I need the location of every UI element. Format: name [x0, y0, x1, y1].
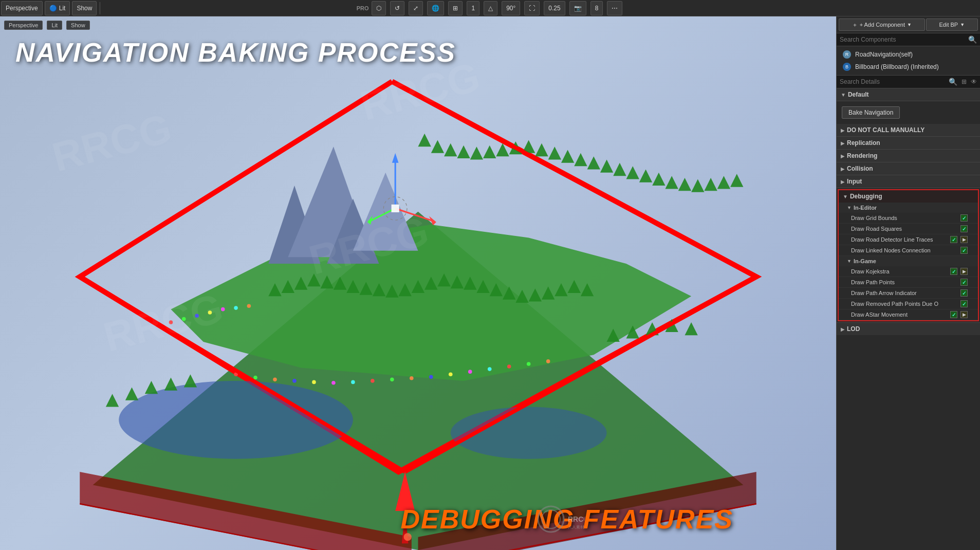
- snap-btn[interactable]: 1: [467, 1, 479, 15]
- svg-marker-70: [418, 134, 431, 146]
- search-components-input[interactable]: [840, 36, 966, 43]
- svg-point-30: [468, 370, 472, 374]
- grid-btn[interactable]: ⊞: [448, 1, 463, 15]
- rendering-section-header[interactable]: ▶ Rendering: [837, 150, 980, 162]
- panel-top-buttons: ＋ + Add Component ▼ Edit BP ▼: [837, 16, 980, 33]
- lit-label: Lit: [59, 5, 66, 12]
- svg-point-17: [247, 304, 251, 308]
- in-editor-chevron-icon: ▼: [847, 205, 852, 210]
- draw-astar-checkbox[interactable]: [950, 311, 957, 318]
- draw-kojekstra-expand[interactable]: ▶: [960, 268, 968, 275]
- rendering-section-title: Rendering: [847, 152, 877, 159]
- tri-btn[interactable]: △: [484, 1, 497, 15]
- scale-val-btn[interactable]: 0.25: [544, 1, 565, 15]
- svg-rect-101: [392, 205, 399, 212]
- component-item-roadnavigation[interactable]: R RoadNavigation(self): [837, 48, 980, 61]
- do-not-call-chevron-icon: ▶: [841, 127, 845, 133]
- edit-bp-chevron: ▼: [960, 22, 965, 27]
- in-editor-title: In-Editor: [854, 205, 877, 211]
- grid-label: 8: [595, 5, 599, 12]
- grid-size-btn[interactable]: 8: [590, 1, 603, 15]
- scale-label: 0.25: [548, 5, 560, 12]
- svg-point-26: [390, 378, 394, 382]
- svg-marker-8: [353, 173, 418, 251]
- draw-path-arrow-label: Draw Path Arrow Indicator: [851, 290, 958, 296]
- search-components-bar: 🔍: [837, 33, 980, 46]
- show-button[interactable]: Show: [72, 1, 97, 15]
- lod-section-header[interactable]: ▶ LOD: [837, 322, 980, 335]
- draw-road-detector-expand[interactable]: ▶: [960, 236, 968, 243]
- draw-path-points-label: Draw Path Points: [851, 279, 958, 285]
- collision-section-title: Collision: [847, 165, 873, 172]
- component-item-billboard[interactable]: B Billboard (Billboard) (Inherited): [837, 61, 980, 73]
- component-list: R RoadNavigation(self) B Billboard (Bill…: [837, 46, 980, 76]
- default-section-content: Bake Navigation: [837, 101, 980, 124]
- collision-section-header[interactable]: ▶ Collision: [837, 162, 980, 175]
- do-not-call-section-title: DO NOT CALL MANUALLY: [847, 126, 924, 134]
- svg-point-14: [208, 310, 212, 315]
- lod-chevron-icon: ▶: [841, 326, 845, 332]
- draw-grid-bounds-checkbox[interactable]: [960, 214, 968, 222]
- edit-bp-button[interactable]: Edit BP ▼: [926, 19, 978, 31]
- grid-view-icon[interactable]: ⊞: [961, 78, 967, 85]
- in-game-sub-header[interactable]: ▼ In-Game: [839, 256, 978, 266]
- debug-item-draw-linked-nodes: Draw Linked Nodes Connection: [839, 245, 978, 256]
- svg-point-34: [546, 359, 550, 363]
- draw-road-detector-label: Draw Road Detector Line Traces: [851, 236, 948, 243]
- svg-marker-88: [652, 173, 665, 186]
- svg-point-11: [169, 320, 173, 324]
- draw-road-squares-checkbox[interactable]: [960, 225, 968, 232]
- in-game-chevron-icon: ▼: [847, 259, 852, 264]
- draw-road-detector-checkbox[interactable]: [950, 236, 957, 243]
- lit-button[interactable]: 🔵 Lit: [45, 1, 70, 15]
- svg-marker-86: [626, 166, 639, 179]
- replication-section-header[interactable]: ▶ Replication: [837, 137, 980, 150]
- perspective-label: Perspective: [6, 5, 38, 12]
- more-btn[interactable]: ⋯: [607, 1, 622, 15]
- svg-marker-73: [457, 145, 470, 158]
- search-details-input[interactable]: [840, 78, 947, 85]
- debugging-section: ▼ Debugging ▼ In-Editor Draw Grid Bounds…: [838, 189, 979, 321]
- search-components-icon: 🔍: [968, 35, 977, 44]
- svg-point-29: [449, 372, 453, 376]
- replication-chevron-icon: ▶: [841, 140, 845, 146]
- add-component-label: + Add Component: [860, 22, 905, 28]
- default-section-header[interactable]: ▼ Default: [837, 88, 980, 101]
- svg-marker-36: [125, 388, 138, 400]
- search-details-bar: 🔍 ⊞ 👁: [837, 76, 980, 88]
- svg-point-20: [273, 378, 277, 382]
- eye-icon[interactable]: 👁: [971, 78, 977, 85]
- world-btn[interactable]: 🌐: [427, 1, 444, 15]
- add-component-button[interactable]: ＋ + Add Component ▼: [839, 19, 925, 31]
- perspective-button[interactable]: Perspective: [1, 1, 43, 15]
- details-panel: ▼ Default Bake Navigation ▶ DO NOT CALL …: [837, 88, 980, 550]
- rotate-btn[interactable]: ↺: [390, 1, 404, 15]
- scale-btn[interactable]: ⤢: [409, 1, 423, 15]
- maxmin-btn[interactable]: ⛶: [524, 1, 540, 15]
- show-label: Show: [77, 5, 92, 12]
- draw-linked-nodes-label: Draw Linked Nodes Connection: [851, 247, 958, 253]
- angle-label: 90°: [506, 5, 515, 12]
- bake-navigation-button[interactable]: Bake Navigation: [842, 106, 900, 119]
- edit-bp-label: Edit BP: [939, 22, 958, 28]
- angle-btn[interactable]: 90°: [502, 1, 520, 15]
- draw-path-arrow-checkbox[interactable]: [960, 289, 968, 297]
- svg-point-15: [221, 307, 225, 311]
- debugging-section-header[interactable]: ▼ Debugging: [839, 190, 978, 203]
- transform-btn[interactable]: ⬡: [372, 1, 386, 15]
- draw-linked-nodes-checkbox[interactable]: [960, 247, 968, 254]
- viewport[interactable]: Perspective Lit Show NAVIGATION BAKING P…: [0, 16, 836, 550]
- svg-point-21: [292, 379, 297, 383]
- do-not-call-section-header[interactable]: ▶ DO NOT CALL MANUALLY: [837, 124, 980, 137]
- svg-marker-91: [691, 179, 704, 192]
- cam-btn[interactable]: 📷: [569, 1, 586, 15]
- draw-kojekstra-checkbox[interactable]: [950, 268, 957, 275]
- draw-astar-expand[interactable]: ▶: [960, 311, 968, 318]
- draw-removed-path-checkbox[interactable]: [960, 300, 968, 307]
- svg-marker-94: [730, 174, 743, 187]
- input-section-header[interactable]: ▶ Input: [837, 175, 980, 188]
- draw-path-points-checkbox[interactable]: [960, 279, 968, 286]
- in-editor-sub-header[interactable]: ▼ In-Editor: [839, 203, 978, 213]
- svg-text:RRCG: RRCG: [568, 515, 584, 523]
- rendering-chevron-icon: ▶: [841, 153, 845, 159]
